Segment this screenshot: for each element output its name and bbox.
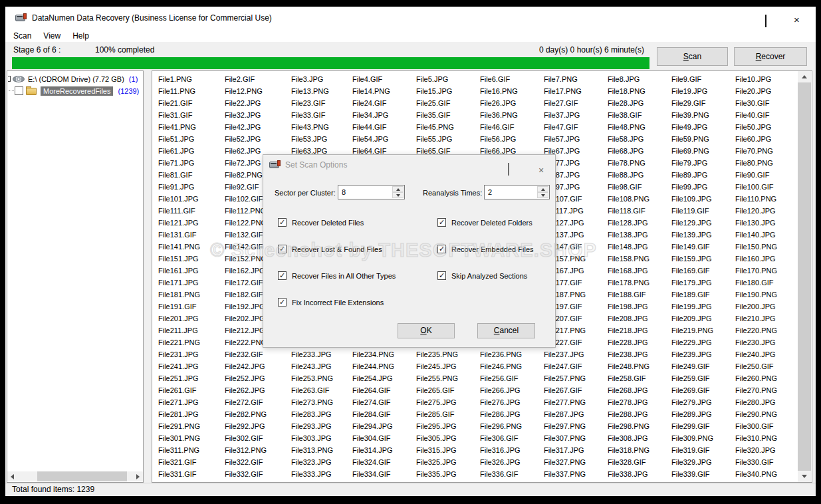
file-item[interactable]: File287.JPG [544, 408, 608, 420]
file-item[interactable]: File1.PNG [158, 73, 225, 85]
folder-checkbox[interactable] [15, 86, 23, 95]
file-item[interactable]: File7.PNG [544, 73, 608, 85]
file-item[interactable]: File138.JPG [608, 229, 671, 241]
file-item[interactable]: File266.JPG [480, 384, 544, 396]
file-item[interactable]: File19.JPG [671, 85, 735, 97]
scan-button[interactable]: Scan [657, 47, 728, 66]
checkbox-fix-incorrect-file-extensions[interactable]: ✓ [278, 298, 287, 307]
file-item[interactable]: File334.GIF [352, 468, 416, 480]
file-item[interactable]: File56.JPG [480, 133, 544, 145]
file-item[interactable]: File42.JPG [225, 121, 291, 133]
file-item[interactable]: File325.JPG [416, 456, 480, 468]
file-item[interactable]: File178.PNG [608, 277, 671, 289]
file-item[interactable]: File50.JPG [735, 121, 790, 133]
file-item[interactable]: File35.GIF [416, 109, 480, 121]
file-item[interactable]: File40.GIF [735, 109, 790, 121]
file-item[interactable]: File91.JPG [158, 181, 225, 193]
file-item[interactable]: File25.GIF [416, 97, 480, 109]
file-item[interactable]: File70.PNG [735, 145, 790, 157]
file-item[interactable]: File16.PNG [480, 85, 544, 97]
file-item[interactable]: File18.PNG [608, 85, 671, 97]
file-item[interactable]: File229.JPG [671, 336, 735, 348]
file-item[interactable]: File13.PNG [291, 85, 352, 97]
file-item[interactable]: File60.JPG [735, 133, 790, 145]
file-item[interactable]: File54.JPG [352, 133, 416, 145]
file-item[interactable]: File150.PNG [735, 241, 790, 253]
file-item[interactable]: File99.JPG [671, 181, 735, 193]
file-item[interactable]: File189.GIF [671, 289, 735, 301]
file-item[interactable]: File333.JPG [291, 468, 352, 480]
file-item[interactable]: File98.GIF [608, 181, 671, 193]
file-item[interactable]: File272.GIF [225, 396, 291, 408]
maximize-button[interactable] [765, 15, 766, 27]
file-item[interactable]: File211.JPG [158, 324, 225, 336]
file-item[interactable]: File318.PNG [608, 444, 671, 456]
file-item[interactable]: File41.PNG [158, 121, 225, 133]
file-item[interactable]: File271.JPG [158, 396, 225, 408]
file-item[interactable]: File71.JPG [158, 157, 225, 169]
spin-up-button[interactable] [537, 186, 548, 192]
file-item[interactable]: File267.GIF [544, 384, 608, 396]
file-item[interactable]: File168.JPG [608, 265, 671, 277]
file-item[interactable]: File110.PNG [735, 193, 790, 205]
file-item[interactable]: File34.JPG [352, 109, 416, 121]
file-item[interactable]: File319.GIF [671, 444, 735, 456]
file-item[interactable]: File300.GIF [735, 420, 790, 432]
file-item[interactable]: File257.PNG [544, 372, 608, 384]
file-item[interactable]: File279.JPG [671, 396, 735, 408]
file-item[interactable]: File289.JPG [671, 408, 735, 420]
file-item[interactable]: File4.GIF [352, 73, 416, 85]
file-item[interactable]: File39.PNG [671, 109, 735, 121]
file-item[interactable]: File231.JPG [158, 348, 225, 360]
file-item[interactable]: File210.JPG [735, 313, 790, 324]
file-item[interactable]: File340.PNG [735, 468, 790, 480]
file-item[interactable]: File283.JPG [291, 408, 352, 420]
file-item[interactable]: File170.PNG [735, 265, 790, 277]
file-item[interactable]: File45.PNG [416, 121, 480, 133]
file-item[interactable]: File290.PNG [735, 408, 790, 420]
file-item[interactable]: File252.JPG [225, 372, 291, 384]
file-item[interactable]: File15.JPG [416, 85, 480, 97]
file-item[interactable]: File292.JPG [225, 420, 291, 432]
file-item[interactable]: File273.PNG [291, 396, 352, 408]
file-item[interactable]: File14.PNG [352, 85, 416, 97]
file-item[interactable]: File275.JPG [416, 396, 480, 408]
cancel-button[interactable]: Cancel [477, 323, 535, 338]
file-item[interactable]: File295.JPG [416, 420, 480, 432]
file-item[interactable]: File321.GIF [158, 456, 225, 468]
file-item[interactable]: File30.GIF [735, 97, 790, 109]
file-item[interactable]: File140.JPG [735, 229, 790, 241]
scroll-right-button[interactable] [133, 471, 143, 481]
file-item[interactable]: File139.JPG [671, 229, 735, 241]
file-item[interactable]: File130.JPG [735, 217, 790, 229]
file-item[interactable]: File121.JPG [158, 217, 225, 229]
file-item[interactable]: File336.GIF [480, 468, 544, 480]
file-item[interactable]: File250.GIF [735, 360, 790, 372]
file-item[interactable]: File327.PNG [544, 456, 608, 468]
file-item[interactable]: File247.GIF [544, 360, 608, 372]
file-item[interactable]: File233.JPG [291, 348, 352, 360]
tree-item-folder[interactable]: MoreRecoveredFiles (1239) [7, 85, 139, 96]
file-item[interactable]: File179.JPG [671, 277, 735, 289]
file-item[interactable]: File230.JPG [735, 336, 790, 348]
file-item[interactable]: File37.JPG [544, 109, 608, 121]
file-item[interactable]: File28.JPG [608, 97, 671, 109]
file-item[interactable]: File49.JPG [671, 121, 735, 133]
file-item[interactable]: File294.JPG [352, 420, 416, 432]
file-item[interactable]: File232.GIF [225, 348, 291, 360]
spin-down-button[interactable] [537, 192, 548, 198]
file-item[interactable]: File265.GIF [416, 384, 480, 396]
file-item[interactable]: File11.PNG [158, 85, 225, 97]
file-item[interactable]: File269.GIF [671, 384, 735, 396]
file-item[interactable]: File322.GIF [225, 456, 291, 468]
file-item[interactable]: File328.GIF [608, 456, 671, 468]
file-item[interactable]: File81.GIF [158, 169, 225, 181]
file-item[interactable]: File148.JPG [608, 241, 671, 253]
file-item[interactable]: File239.JPG [671, 348, 735, 360]
file-item[interactable]: File89.JPG [671, 169, 735, 181]
file-item[interactable]: File240.JPG [735, 348, 790, 360]
file-item[interactable]: File260.PNG [735, 372, 790, 384]
file-item[interactable]: File120.JPG [735, 205, 790, 217]
file-item[interactable]: File262.JPG [225, 384, 291, 396]
file-item[interactable]: File209.JPG [671, 313, 735, 324]
